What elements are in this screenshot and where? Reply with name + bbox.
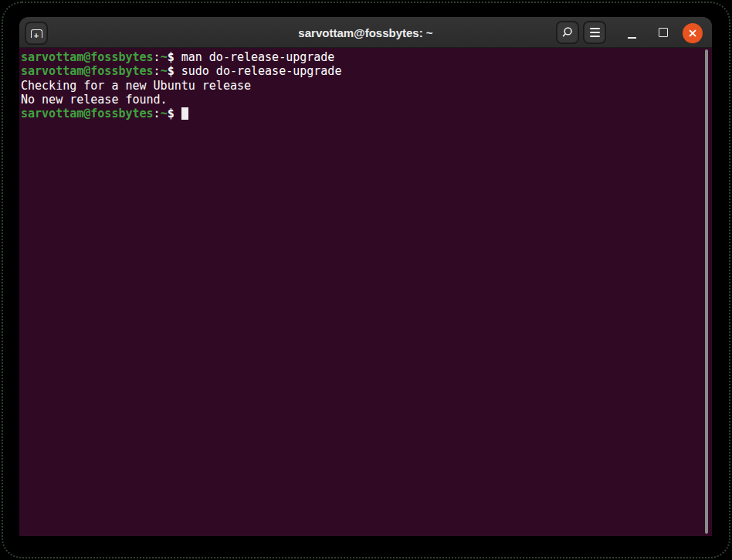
window-title: sarvottam@fossbytes: ~ — [298, 25, 432, 39]
prompt-dollar: $ — [168, 64, 181, 78]
terminal-line: Checking for a new Ubuntu release — [21, 79, 712, 93]
search-button[interactable] — [557, 22, 578, 43]
new-tab-button[interactable]: + — [25, 22, 47, 44]
terminal-line: sarvottam@fossbytes:~$ man do-release-up… — [21, 50, 712, 64]
minimize-button[interactable] — [622, 23, 641, 42]
prompt-path: ~ — [161, 64, 168, 78]
output-text: No new release found. — [21, 93, 168, 107]
terminal-line: sarvottam@fossbytes:~$ sudo do-release-u… — [21, 64, 712, 78]
prompt-dollar: $ — [168, 107, 181, 120]
scrollbar-thumb[interactable] — [705, 49, 708, 534]
terminal-window: + sarvottam@fossbytes: ~ sarvottam@fo — [19, 17, 712, 536]
close-button[interactable] — [683, 23, 703, 43]
search-icon — [561, 26, 574, 39]
prompt-colon: : — [154, 64, 161, 78]
prompt-user-host: sarvottam@fossbytes — [21, 50, 154, 64]
terminal-line: sarvottam@fossbytes:~$ — [21, 107, 712, 120]
titlebar[interactable]: + sarvottam@fossbytes: ~ — [19, 17, 712, 48]
minimize-icon — [628, 37, 636, 39]
terminal-line: No new release found. — [21, 93, 712, 107]
new-tab-icon: + — [31, 29, 42, 38]
command-text: sudo do-release-upgrade — [181, 64, 342, 78]
output-text: Checking for a new Ubuntu release — [21, 79, 251, 93]
maximize-icon — [659, 28, 668, 37]
close-icon — [686, 27, 699, 39]
prompt-colon: : — [154, 50, 161, 64]
prompt-colon: : — [154, 107, 161, 120]
maximize-button[interactable] — [654, 23, 673, 42]
menu-button[interactable] — [584, 22, 605, 43]
hamburger-menu-icon — [590, 28, 600, 37]
prompt-user-host: sarvottam@fossbytes — [21, 64, 154, 78]
text-cursor — [181, 107, 188, 120]
prompt-path: ~ — [161, 50, 168, 64]
command-text: man do-release-upgrade — [181, 50, 335, 64]
prompt-dollar: $ — [168, 50, 181, 64]
terminal-screen[interactable]: sarvottam@fossbytes:~$ man do-release-up… — [19, 48, 712, 536]
desktop-background: { "colors": { "terminal_background": "#3… — [0, 0, 732, 560]
prompt-path: ~ — [161, 107, 168, 120]
prompt-user-host: sarvottam@fossbytes — [21, 107, 154, 120]
